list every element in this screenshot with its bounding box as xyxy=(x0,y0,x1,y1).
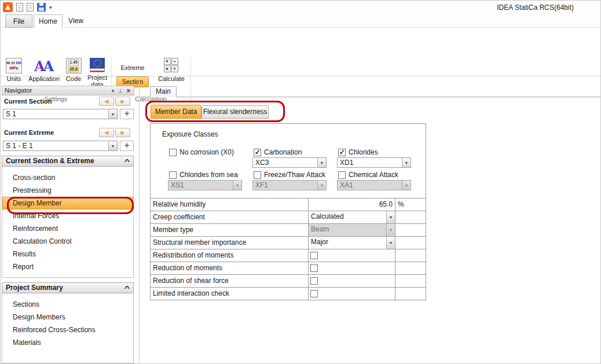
project-data-button[interactable]: Project data xyxy=(84,58,111,88)
current-extreme-select[interactable]: S 1 - E 1 ▼ xyxy=(3,141,118,151)
collapse-icon[interactable]: ^ xyxy=(124,284,130,293)
section-extreme-group-box: Cross-section Prestressing Design Member… xyxy=(2,167,134,278)
nav-item-cross-section[interactable]: Cross-section xyxy=(2,171,133,184)
nav-item-design-member[interactable]: Design Member xyxy=(2,197,133,209)
structural-importance-value: Major xyxy=(311,238,385,247)
member-type-select: Beam ▼ xyxy=(309,224,395,236)
freeze-thaw-checkbox[interactable]: ✓ xyxy=(254,171,261,179)
limited-interaction-checkbox[interactable]: ✓ xyxy=(310,290,318,297)
chlorides-class-select[interactable]: XD1 ▼ xyxy=(337,157,411,168)
nav-item-materials[interactable]: Materials xyxy=(2,336,133,349)
table-row: Limited interaction check ✓ xyxy=(151,287,426,300)
collapse-icon[interactable]: ^ xyxy=(124,157,130,167)
chemical-attack-checkbox[interactable]: ✓ xyxy=(338,171,346,179)
dropdown-arrow-icon[interactable]: ▼ xyxy=(386,211,395,223)
relative-humidity-value[interactable]: 65.0 xyxy=(308,198,395,211)
tab-home[interactable]: Home xyxy=(34,14,63,28)
previous-extreme-button[interactable]: ◀ xyxy=(99,128,114,137)
carbonation-class-value: XC3 xyxy=(255,159,316,167)
dropdown-arrow-icon: ▼ xyxy=(402,181,411,190)
chlorides-sea-checkbox-group: ✓ Chlorides from sea xyxy=(169,171,238,179)
dropdown-arrow-icon: ▼ xyxy=(317,181,326,190)
creep-coefficient-select[interactable]: Calculated ▼ xyxy=(309,211,395,223)
tab-view[interactable]: View xyxy=(64,14,88,28)
subtab-member-data[interactable]: Member Data xyxy=(151,105,201,119)
project-summary-group-box: Sections Design Members Reinforced Cross… xyxy=(2,293,134,363)
nav-item-report[interactable]: Report xyxy=(2,260,133,273)
carbonation-class-select[interactable]: XC3 ▼ xyxy=(252,157,327,168)
chemical-attack-checkbox-group: ✓ Chemical Attack xyxy=(338,171,398,179)
code-button[interactable]: 1.45 25.8 Code xyxy=(63,58,84,82)
tab-main[interactable]: Main xyxy=(150,86,177,97)
relative-humidity-unit: % xyxy=(395,198,426,211)
chlorides-checkbox[interactable]: ✓ xyxy=(338,149,346,156)
check-icon: ✓ xyxy=(339,148,345,156)
reduction-shear-checkbox[interactable]: ✓ xyxy=(310,277,318,285)
dropdown-arrow-icon[interactable]: ▼ xyxy=(317,158,326,167)
calculate-button[interactable]: + − × ÷ Calculate xyxy=(156,58,187,82)
chlorides-checkbox-group: ✓ Chlorides xyxy=(338,148,378,156)
quick-access-dropdown-icon[interactable]: ▾ xyxy=(49,5,52,10)
chlorides-sea-checkbox[interactable]: ✓ xyxy=(169,171,177,179)
close-icon[interactable]: ✕ xyxy=(125,87,132,95)
row-label: Limited interaction check xyxy=(151,288,308,300)
prev-arrow-icon: ◀ xyxy=(105,98,109,104)
next-section-button[interactable]: ▶ xyxy=(115,97,130,106)
row-label: Redistribution of moments xyxy=(151,249,308,262)
project-summary-group-header[interactable]: Project Summary ^ xyxy=(2,282,134,293)
no-corrosion-label: No corrosion (X0) xyxy=(179,148,234,156)
tab-file[interactable]: File xyxy=(5,14,32,28)
carbonation-checkbox-group: ✓ Carbonation xyxy=(254,148,302,156)
save-icon[interactable] xyxy=(37,3,46,12)
row-label: Relative humidity xyxy=(151,198,308,211)
group-title: Project Summary xyxy=(6,284,63,292)
freeze-thaw-class-select: XF1 ▼ xyxy=(252,180,327,190)
nav-item-prestressing[interactable]: Prestressing xyxy=(2,184,133,197)
nav-item-internal-forces[interactable]: Internal Forces xyxy=(2,209,133,222)
open-document-icon[interactable] xyxy=(27,3,34,12)
ribbon-bottom-border xyxy=(1,76,601,76)
dropdown-arrow-icon[interactable]: ▼ xyxy=(402,158,411,167)
add-section-button[interactable]: + xyxy=(120,109,134,119)
nav-item-results[interactable]: Results xyxy=(2,248,133,260)
app-logo-icon[interactable] xyxy=(3,2,13,12)
dropdown-arrow-icon[interactable]: ▼ xyxy=(108,109,117,119)
redistribution-checkbox[interactable]: ✓ xyxy=(310,252,318,259)
application-button[interactable]: A A Application xyxy=(25,58,63,82)
carbonation-checkbox[interactable]: ✓ xyxy=(254,149,261,156)
plus-icon: + xyxy=(124,109,129,118)
dropdown-arrow-icon[interactable]: ▼ xyxy=(108,141,117,150)
dropdown-arrow-icon[interactable]: ▼ xyxy=(386,237,395,249)
section-extreme-group-header[interactable]: Current Section & Extreme ^ xyxy=(2,156,134,167)
application-window: ▾ IDEA StatiCa RCS(64bit) File Home View… xyxy=(0,0,601,364)
table-row: Relative humidity 65.0 % xyxy=(151,198,426,211)
new-document-icon[interactable] xyxy=(16,3,23,12)
table-row: Creep coefficient Calculated ▼ xyxy=(151,211,426,223)
add-extreme-button[interactable]: + xyxy=(120,141,134,151)
current-section-label: Current Section xyxy=(4,98,52,105)
quick-access-toolbar: ▾ xyxy=(3,2,52,12)
navigator-header: Navigator ▾ ⊥ ✕ xyxy=(2,86,134,95)
panel-splitter[interactable] xyxy=(139,76,140,364)
extreme-label: Extreme xyxy=(114,64,151,71)
subtab-flexural-slenderness[interactable]: Flexural slenderness xyxy=(201,105,269,119)
structural-importance-select[interactable]: Major ▼ xyxy=(309,237,395,249)
current-section-select[interactable]: S 1 ▼ xyxy=(3,109,118,119)
nav-item-reinforcement[interactable]: Reinforcement xyxy=(2,222,133,235)
no-corrosion-checkbox[interactable]: ✓ xyxy=(169,149,177,156)
nav-item-design-members[interactable]: Design Members xyxy=(2,311,133,323)
nav-item-reinforced-cross-sections[interactable]: Reinforced Cross-Sections xyxy=(2,323,133,336)
pin-icon[interactable]: ⊥ xyxy=(117,87,124,95)
current-extreme-value: S 1 - E 1 xyxy=(6,142,107,150)
navigator-menu-icon[interactable]: ▾ xyxy=(109,87,116,95)
nav-item-sections[interactable]: Sections xyxy=(2,298,133,311)
previous-section-button[interactable]: ◀ xyxy=(99,97,114,106)
next-extreme-button[interactable]: ▶ xyxy=(115,128,130,137)
dropdown-arrow-icon: ▼ xyxy=(386,224,395,236)
next-arrow-icon: ▶ xyxy=(121,130,125,135)
units-button[interactable]: m m kN MPa Units xyxy=(3,58,25,82)
reduction-moments-checkbox[interactable]: ✓ xyxy=(310,264,318,272)
row-label: Reduction of shear force xyxy=(151,275,308,287)
nav-item-calculation-control[interactable]: Calculation Control xyxy=(2,235,133,248)
member-data-panel: Exposure Classes ✓ No corrosion (X0) ✓ C… xyxy=(150,123,426,300)
